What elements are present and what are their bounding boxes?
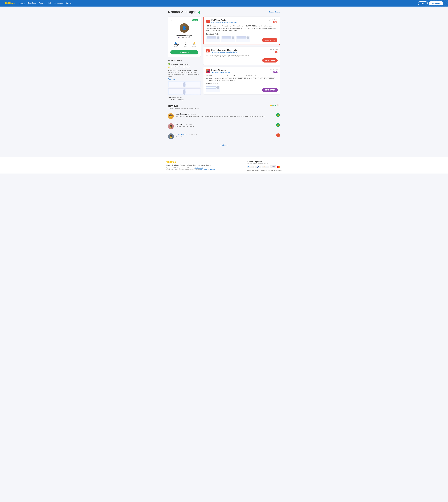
listing-title-2: Short integration 20 seconds (211, 49, 237, 51)
favorite-star-icon[interactable]: ☆ (170, 19, 172, 21)
nav-about-us[interactable]: About us (39, 2, 45, 4)
register-button[interactable]: Registration (429, 1, 443, 5)
listing-footer-3: SEND OFFER (206, 86, 278, 92)
payment-subtitle: The best payment gateways for you (247, 163, 282, 164)
about-seller-title: About the Seller (168, 60, 201, 62)
content-grid: ☆ ONLINE 👤 Demian Voorhagen 🇺🇸 USA, New … (168, 16, 280, 101)
payment-title: Accept Payment (247, 161, 282, 163)
listing-title-3: Stories 24 hours (211, 69, 231, 71)
youtube-icon-1 (206, 20, 210, 23)
seller-profile-card: ☆ ONLINE 👤 Demian Voorhagen 🇺🇸 USA, New … (168, 16, 201, 57)
footer-nav-about-us[interactable]: About us (180, 164, 185, 166)
main-nav: Catalog Best Deals About us Help Guarant… (19, 2, 418, 4)
footer-legal-links: Payments & Delivery Terms and Conditions… (247, 170, 282, 171)
footer-logo[interactable]: ADZBank (166, 161, 215, 163)
reviewer-name-2: Victor Walthour (176, 133, 188, 135)
logo-prefix: ADZ (5, 2, 9, 4)
nav-support[interactable]: Support (66, 2, 71, 4)
review-content-0: Barry Rodgers 27 Nov 2019 This is my fir… (176, 113, 280, 118)
reviewer-name-0: Barry Rodgers (176, 113, 187, 115)
reviewer-name-1: Veronica (176, 123, 182, 125)
send-offer-button-2[interactable]: SEND OFFER (262, 58, 278, 63)
footer-nav-support[interactable]: Support (206, 164, 211, 166)
cookies-link[interactable]: agree to the use of cookies (200, 169, 215, 170)
checkmark-icon: ✓ (180, 51, 181, 53)
listing-stats-title-3: Statistics & Prufs (206, 83, 278, 85)
proof-image-2 (168, 88, 201, 95)
online-badge: ONLINE (192, 19, 198, 21)
listing-desc-2: Good solos..and good quality run..i got … (206, 55, 278, 57)
thumbs-up-icon: 👍 (270, 104, 272, 106)
clock-icon: 👤 (173, 42, 179, 44)
stat-preview-3a (206, 86, 220, 92)
stat-preview-1b (221, 36, 235, 42)
seller-description: ★ KILLER SOLO TRAFFIC // AFFORDABLE RATE… (168, 69, 201, 77)
back-arrow-icon: ‹ (268, 11, 268, 13)
review-date-0: 27 Nov 2019 (188, 113, 196, 115)
reviews-section: Reviews Demian Voorhagen has 2185 positi… (168, 104, 280, 146)
bitcoin-badge: ●bitcoin (262, 166, 269, 168)
privacy-policy-link[interactable]: Privacy Policy (274, 170, 282, 171)
listing-title-group-1: Full Video Review https://www.youtube.co… (206, 19, 237, 23)
footer-nav-catalog[interactable]: Catalog (166, 164, 170, 166)
payments-delivery-link[interactable]: Payments & Delivery (247, 170, 259, 171)
login-button[interactable]: Login (418, 1, 428, 5)
powered-by-link[interactable]: Perfecto Web (195, 167, 203, 169)
instagram-icon: 📷 (206, 69, 210, 73)
nav-guarantees[interactable]: Guarantees (54, 2, 63, 4)
avatar-image: 👤 (180, 23, 189, 33)
back-to-catalog-link[interactable]: ‹ Back to Catalog (268, 11, 280, 13)
footer-nav-best-deals[interactable]: Best Deals (172, 164, 179, 166)
review-date-2: 27 Nov 2019 (189, 134, 197, 135)
send-offer-button-1[interactable]: SEND OFFER (262, 38, 277, 42)
fact-reviews: ⭐ 17 reviews from last month (168, 66, 201, 68)
send-offer-button-3[interactable]: SEND OFFER (262, 88, 278, 92)
review-text-2: Good solo (176, 136, 280, 138)
seller-stats: 👤 15m ago last visit ✉ 5 849 orders 👍 3 … (170, 40, 198, 48)
footer-nav-guarantees[interactable]: Guarantees (197, 164, 205, 166)
review-item-0: 🤠 Barry Rodgers 27 Nov 2019 This is my f… (168, 111, 280, 121)
nav-help[interactable]: Help (48, 2, 51, 4)
logo[interactable]: ADZBank (5, 2, 15, 5)
footer-inner: ADZBank Catalog · Best Deals · About us … (166, 161, 282, 171)
footer-nav-help[interactable]: Help (193, 164, 196, 166)
review-date-1: 27 Nov 2019 (184, 124, 192, 125)
listing-title-1: Full Video Review (211, 19, 237, 21)
listing-price-3: price for 1 min $75 (270, 69, 278, 74)
review-item-2: 👨 Victor Walthour 27 Nov 2019 Good solo … (168, 131, 280, 141)
load-more-button[interactable]: Load more (220, 144, 228, 146)
review-thumb-2: 👎 (276, 133, 280, 137)
listing-header-1: Full Video Review https://www.youtube.co… (206, 19, 277, 24)
review-text-1: Wow Brandon 47% Optin !! (176, 126, 280, 128)
reviewer-avatar-0: 🤠 (168, 113, 174, 119)
message-button[interactable]: ✓ Message (170, 50, 198, 54)
orders-icon: ✉ (184, 42, 187, 44)
nav-best-deals[interactable]: Best Deals (28, 2, 36, 4)
review-text-0: This is my first time using udimi and i … (176, 115, 280, 118)
reviews-title: Reviews (168, 104, 199, 107)
listing-link-1[interactable]: https://www.youtube.com/user/PewDiePie (211, 21, 237, 23)
listing-footer-1: SEND OFFER (206, 36, 277, 42)
negative-count: 👎 3 (277, 104, 280, 106)
seller-location: 🇺🇸 USA, New York (170, 37, 198, 38)
listing-price-1: price for 1 min $75 (269, 19, 277, 24)
listing-link-2[interactable]: https://www.youtube.com/user/PewDiePie (211, 51, 237, 53)
seller-facts-list: ✅ 27 orders from last month ⭐ 17 reviews… (168, 63, 201, 68)
listing-link-3[interactable]: https://www.instagram.com/john/ (211, 71, 231, 73)
terms-conditions-link[interactable]: Terms and Conditions (260, 170, 273, 171)
payeer-badge: PayEer (247, 166, 254, 168)
nav-catalog[interactable]: Catalog (19, 2, 25, 4)
footer-copyright: Copyright © 2019. All Rights Reserved. P… (166, 167, 215, 169)
listing-desc-3: NOTHING to pay to me.. Where's the catch… (206, 75, 278, 82)
footer-nav-affiliates[interactable]: Affiliates (187, 164, 192, 166)
listing-title-group-2: Short integration 20 seconds https://www… (206, 49, 237, 53)
listing-stats-title-1: Statistics & Prufs (206, 33, 277, 35)
registered-info: › Registered: 2 yr ago (168, 97, 201, 98)
listing-header-2: Short integration 20 seconds https://www… (206, 49, 278, 53)
listing-title-group-3: 📷 Stories 24 hours https://www.instagram… (206, 69, 231, 73)
read-more-link[interactable]: Read more (168, 78, 175, 80)
main-container: Demian Voorhagen ✓ ‹ Back to Catalog ☆ O… (166, 7, 282, 152)
page-header: Demian Voorhagen ✓ ‹ Back to Catalog (168, 10, 280, 14)
thumbs-icon: 👍 (192, 42, 196, 44)
avatar-wrap: 👤 (180, 23, 189, 33)
